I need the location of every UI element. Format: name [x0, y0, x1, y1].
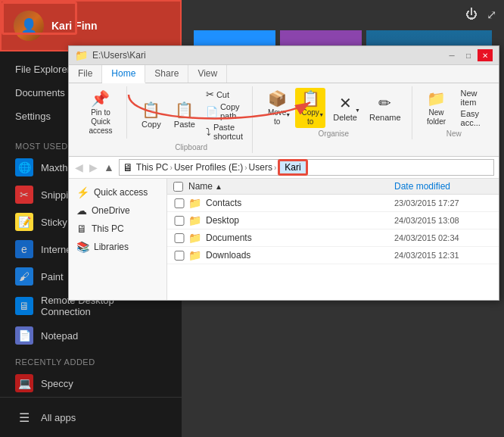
fe-clipboard-main-buttons: 📋 Copy 📋 Paste ✂ Cut: [136, 88, 246, 142]
fe-file-documents[interactable]: 📁 Documents 24/03/2015 02:34: [167, 229, 499, 247]
fe-file-contacts[interactable]: 📁 Contacts 23/03/2015 17:27: [167, 195, 499, 212]
fe-btn-move-to[interactable]: 📦 Moveto: [262, 88, 292, 128]
fe-minimize-btn[interactable]: ─: [444, 49, 459, 61]
fe-btn-pin[interactable]: 📌 Pin to Quickaccess: [81, 88, 120, 137]
fe-organise-label: Organise: [319, 130, 350, 138]
fe-address-box[interactable]: 🖥 This PC › User Profiles (E:) › Users ›…: [119, 159, 494, 176]
onedrive-icon: ☁: [76, 204, 87, 217]
file-contacts-date: 23/03/2015 17:27: [394, 198, 493, 208]
app-paint-label: Paint: [41, 271, 64, 282]
fe-up-btn[interactable]: ▲: [102, 160, 116, 175]
fe-ribbon-tabs: File Home Share View: [69, 65, 499, 83]
file-desktop-checkbox[interactable]: [173, 216, 185, 226]
fe-col-name-header[interactable]: Name ▲: [173, 181, 394, 192]
file-contacts-checkbox[interactable]: [173, 198, 185, 208]
fe-tab-file[interactable]: File: [69, 65, 102, 83]
all-apps-icon: ☰: [15, 408, 33, 426]
fe-addressbar: ◀ ▶ ▲ 🖥 This PC › User Profiles (E:) › U…: [69, 157, 499, 179]
fe-clipboard-small-items: ✂ Cut 📄 Copy path ⤵ Paste shortcut: [203, 88, 246, 142]
user-name: Kari Finn: [51, 20, 98, 32]
fe-folder-nav-icon: 🖥: [123, 161, 133, 173]
fe-breadcrumb-userprofiles[interactable]: User Profiles (E:): [174, 162, 243, 173]
file-documents-icon: 📁: [188, 232, 201, 244]
file-downloads-icon: 📁: [188, 249, 201, 261]
nav-file-explorer-label: File Explorer: [15, 64, 70, 75]
new-folder-icon: 📁: [427, 89, 446, 108]
app-remote-icon: 🖥: [15, 297, 33, 315]
fe-ribbon-pin-buttons: 📌 Pin to Quickaccess: [81, 88, 120, 137]
fe-btn-new-item[interactable]: New item: [458, 88, 487, 108]
fe-forward-btn[interactable]: ▶: [88, 160, 99, 175]
fe-breadcrumb-thispc[interactable]: This PC: [136, 162, 169, 173]
fe-file-desktop[interactable]: 📁 Desktop 24/03/2015 13:08: [167, 212, 499, 229]
expand-icon[interactable]: ⤢: [487, 8, 496, 22]
delete-icon: ✕: [339, 94, 352, 112]
fe-ribbon-group-organise: 📦 Moveto 📋 Copyto ✕ Delete ✏ Rename: [256, 86, 412, 139]
fe-btn-copy-path[interactable]: 📄 Copy path: [203, 101, 246, 121]
fe-maximize-btn[interactable]: □: [461, 49, 476, 61]
file-documents-date: 24/03/2015 02:34: [394, 233, 493, 242]
fe-file-downloads[interactable]: 📁 Downloads 24/03/2015 12:31: [167, 247, 499, 264]
fe-titlebar: 📁 E:\Users\Kari ─ □ ✕: [69, 46, 499, 65]
fe-title-icons: ─ □ ✕: [444, 49, 493, 61]
fe-breadcrumb-kari[interactable]: Kari: [278, 159, 307, 176]
app-speccy[interactable]: 💻 Speccy: [0, 370, 182, 397]
file-documents-checkbox[interactable]: [173, 233, 185, 243]
fe-btn-copy-to[interactable]: 📋 Copyto: [295, 88, 325, 128]
fe-sidebar-onedrive-label: OneDrive: [92, 205, 130, 216]
user-header[interactable]: 👤 Kari Finn: [0, 0, 182, 52]
fe-sidebar: ⚡ Quick access ☁ OneDrive 🖥 This PC 📚 Li…: [69, 179, 167, 300]
all-apps-item[interactable]: ☰ All apps: [0, 404, 182, 431]
fe-back-btn[interactable]: ◀: [73, 160, 85, 175]
fe-btn-paste-label: Paste: [174, 120, 195, 129]
fe-col-name-label: Name: [188, 181, 213, 192]
fe-ribbon-group-clipboard: 📋 Copy 📋 Paste ✂ Cut: [130, 86, 253, 153]
fe-ribbon-content: 📌 Pin to Quickaccess 📋 Copy 📋 P: [69, 83, 499, 156]
rename-icon: ✏: [378, 94, 391, 112]
app-paint-icon: 🖌: [15, 267, 33, 286]
fe-btn-easy-access[interactable]: Easy acc...: [458, 108, 487, 128]
fe-sidebar-onedrive[interactable]: ☁ OneDrive: [69, 201, 166, 220]
fe-btn-delete[interactable]: ✕ Delete: [328, 92, 362, 123]
fe-clipboard-label: Clipboard: [175, 143, 207, 151]
fe-tab-share[interactable]: Share: [145, 65, 188, 83]
fe-new-small-items: New item Easy acc...: [458, 88, 487, 128]
fe-btn-new-item-label: New item: [461, 89, 484, 107]
file-desktop-name: Desktop: [206, 215, 394, 226]
fe-sidebar-thispc[interactable]: 🖥 This PC: [69, 220, 166, 238]
fe-btn-new-folder-label: Newfolder: [427, 108, 446, 126]
fe-btn-cut-label: Cut: [216, 90, 229, 99]
fe-btn-new-folder[interactable]: 📁 Newfolder: [422, 88, 452, 128]
power-icon[interactable]: ⏻: [465, 8, 478, 22]
fe-sidebar-quick-access[interactable]: ⚡ Quick access: [69, 183, 166, 201]
fe-sidebar-thispc-label: This PC: [92, 223, 124, 234]
fe-new-label: New: [446, 130, 462, 138]
fe-breadcrumb-users[interactable]: Users: [249, 162, 272, 173]
app-notepad[interactable]: 📄 Notepad: [0, 322, 182, 349]
fe-new-buttons: 📁 Newfolder New item Easy acc...: [422, 88, 487, 128]
fe-sidebar-libraries[interactable]: 📚 Libraries: [69, 238, 166, 256]
file-desktop-icon: 📁: [188, 214, 201, 226]
fe-btn-copy[interactable]: 📋 Copy: [136, 99, 166, 130]
nav-settings-label: Settings: [15, 111, 51, 122]
app-internet-icon: e: [15, 240, 33, 258]
fe-title-text: E:\Users\Kari: [92, 50, 444, 61]
fe-main-area: ⚡ Quick access ☁ OneDrive 🖥 This PC 📚 Li…: [69, 179, 499, 300]
fe-btn-paste-shortcut[interactable]: ⤵ Paste shortcut: [203, 122, 246, 142]
fe-close-btn[interactable]: ✕: [478, 49, 493, 61]
fe-tab-home[interactable]: Home: [102, 65, 145, 83]
fe-col-modified-header[interactable]: Date modified: [394, 181, 493, 192]
fe-content: Name ▲ Date modified 📁 Contacts 23/03/20…: [167, 179, 499, 300]
select-all-checkbox[interactable]: [173, 182, 183, 192]
fe-btn-move-to-label: Moveto: [268, 108, 286, 126]
fe-tab-view[interactable]: View: [188, 65, 227, 83]
paste-shortcut-icon: ⤵: [206, 126, 211, 138]
fe-btn-paste[interactable]: 📋 Paste: [170, 99, 200, 130]
fe-btn-cut[interactable]: ✂ Cut: [203, 88, 246, 101]
paste-icon: 📋: [175, 101, 194, 119]
app-speccy-label: Speccy: [41, 378, 73, 389]
file-downloads-checkbox[interactable]: [173, 251, 185, 261]
fe-ribbon: File Home Share View 📌 Pin to Quickacces…: [69, 65, 499, 157]
fe-sep-1: ›: [170, 164, 173, 172]
fe-btn-rename[interactable]: ✏ Rename: [365, 92, 406, 123]
